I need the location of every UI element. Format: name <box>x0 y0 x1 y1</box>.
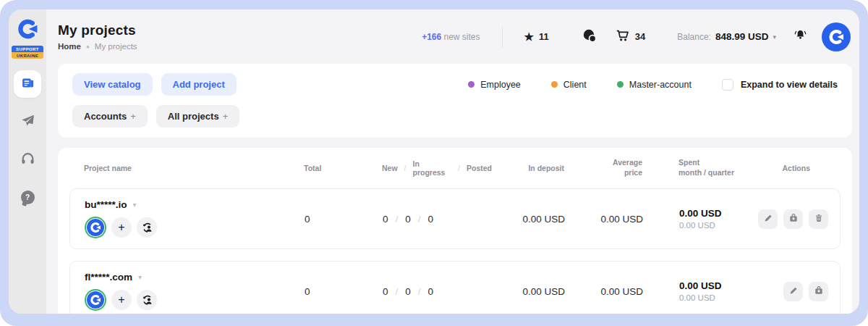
edit-button[interactable] <box>758 209 778 229</box>
column-separator: / <box>458 164 460 172</box>
sidebar-item-messenger[interactable] <box>14 108 41 135</box>
project-name-dropdown[interactable]: bu*****.io ▾ <box>85 199 290 210</box>
column-project-name: Project name <box>84 164 289 172</box>
column-in-progress: In progress <box>413 159 452 177</box>
archive-button[interactable] <box>783 209 803 229</box>
in-progress-value: 0 <box>405 214 411 225</box>
project-name: fl*****.com <box>85 272 132 283</box>
all-projects-filter-button[interactable]: All projects+ <box>156 105 239 128</box>
table-row: fl*****.com ▾ + 0 0 <box>69 261 841 314</box>
spent-sub-value: 0.00 USD <box>679 221 750 230</box>
total-value: 0 <box>290 214 354 225</box>
projects-news-icon <box>21 76 35 93</box>
expand-details-toggle[interactable]: Expand to view details <box>722 79 838 91</box>
new-sites-count: +166 <box>422 32 441 42</box>
table-row: bu*****.io ▾ + 0 0 <box>69 188 841 249</box>
chevron-down-icon: ▾ <box>133 201 137 209</box>
average-price-value: 0.00 USD <box>565 214 643 225</box>
spent-main-value: 0.00 USD <box>679 280 750 291</box>
status-counts: 0 / 0 / 0 <box>354 286 493 297</box>
sidebar-item-support[interactable] <box>14 146 41 173</box>
chevron-down-icon: ▾ <box>138 273 142 281</box>
column-total: Total <box>289 164 353 172</box>
brand-logo-icon[interactable] <box>15 17 40 44</box>
all-projects-filter-label: All projects <box>168 111 219 122</box>
column-new: New <box>382 164 398 172</box>
notifications-button[interactable] <box>793 28 807 45</box>
legend-client-label: Client <box>563 80 587 90</box>
app-window: SUPPORT UKRAINE <box>9 9 859 314</box>
spent-main-value: 0.00 USD <box>679 208 750 219</box>
accounts-filter-label: Accounts <box>84 111 127 122</box>
page-frame: SUPPORT UKRAINE <box>0 0 868 326</box>
account-logo-avatar[interactable] <box>822 22 851 51</box>
project-accounts: + <box>85 217 290 238</box>
expand-details-label: Expand to view details <box>741 80 838 90</box>
page-title: My projects <box>58 22 137 38</box>
column-average-price: Average price <box>564 158 642 177</box>
balance-value: 848.99 USD <box>715 31 769 42</box>
column-posted: Posted <box>467 164 492 172</box>
add-account-button[interactable]: + <box>111 217 132 238</box>
switch-account-button[interactable] <box>137 217 157 238</box>
edit-button[interactable] <box>783 282 803 301</box>
add-project-button[interactable]: Add project <box>161 73 237 96</box>
balance-label: Balance: <box>677 32 711 42</box>
messages-button[interactable] <box>582 28 597 46</box>
switch-account-button[interactable] <box>137 290 157 310</box>
spent-cell: 0.00 USD 0.00 USD <box>643 280 750 302</box>
expand-details-checkbox[interactable] <box>722 79 733 91</box>
separator: / <box>396 286 399 297</box>
archive-icon <box>788 213 799 225</box>
balance-dropdown[interactable]: Balance: 848.99 USD ▾ <box>677 31 776 42</box>
separator: / <box>418 214 421 225</box>
sidebar-item-help[interactable]: ? <box>14 183 41 211</box>
column-average-line1: Average <box>600 158 642 168</box>
sidebar: SUPPORT UKRAINE <box>9 9 46 314</box>
bell-icon <box>793 28 807 45</box>
project-name-dropdown[interactable]: fl*****.com ▾ <box>85 272 290 283</box>
client-dot-icon <box>551 81 558 88</box>
account-avatar[interactable] <box>85 217 106 238</box>
pencil-icon <box>763 213 773 225</box>
spent-sub-value: 0.00 USD <box>679 293 750 302</box>
delete-button[interactable] <box>809 209 828 229</box>
support-ukraine-badge: SUPPORT UKRAINE <box>12 46 43 59</box>
breadcrumb-separator: ● <box>86 43 90 50</box>
master-account-dot-icon <box>617 81 624 88</box>
legend-client: Client <box>551 80 587 90</box>
project-accounts: + <box>85 289 290 311</box>
column-spent: Spent month / quarter <box>642 158 749 177</box>
column-status-counts: New / In progress / Posted <box>353 159 492 177</box>
project-name-cell: bu*****.io ▾ + <box>85 199 290 238</box>
total-value: 0 <box>290 286 354 297</box>
new-sites-counter[interactable]: +166 new sites <box>422 32 480 42</box>
column-spent-line1: Spent <box>678 158 749 168</box>
cart-icon <box>616 28 630 45</box>
projects-table-card: Project name Total New / In progress / P… <box>58 148 852 314</box>
main-area: My projects Home ● My projects +166 new … <box>46 9 859 314</box>
favorites-counter[interactable]: ★ 11 <box>524 31 549 42</box>
archive-icon <box>814 285 824 298</box>
archive-button[interactable] <box>809 282 828 301</box>
accounts-filter-button[interactable]: Accounts+ <box>72 105 148 128</box>
table-header-row: Project name Total New / In progress / P… <box>69 148 841 188</box>
badge-line1: SUPPORT <box>12 46 43 52</box>
in-progress-value: 0 <box>405 286 411 297</box>
chat-icon <box>582 28 597 46</box>
new-sites-label: new sites <box>444 32 480 42</box>
cart-counter[interactable]: 34 <box>616 28 645 45</box>
new-value: 0 <box>383 286 388 297</box>
favorites-count: 11 <box>539 31 549 42</box>
separator: / <box>396 214 399 225</box>
column-average-line2: price <box>600 168 642 178</box>
average-price-value: 0.00 USD <box>565 286 643 297</box>
add-account-button[interactable]: + <box>111 290 132 310</box>
page-heading: My projects Home ● My projects <box>58 22 137 51</box>
row-actions <box>750 282 828 301</box>
sidebar-item-projects[interactable] <box>14 70 41 98</box>
account-avatar[interactable] <box>85 289 106 311</box>
view-catalog-button[interactable]: View catalog <box>72 73 153 96</box>
send-icon <box>20 113 35 131</box>
breadcrumb-home[interactable]: Home <box>58 42 81 51</box>
